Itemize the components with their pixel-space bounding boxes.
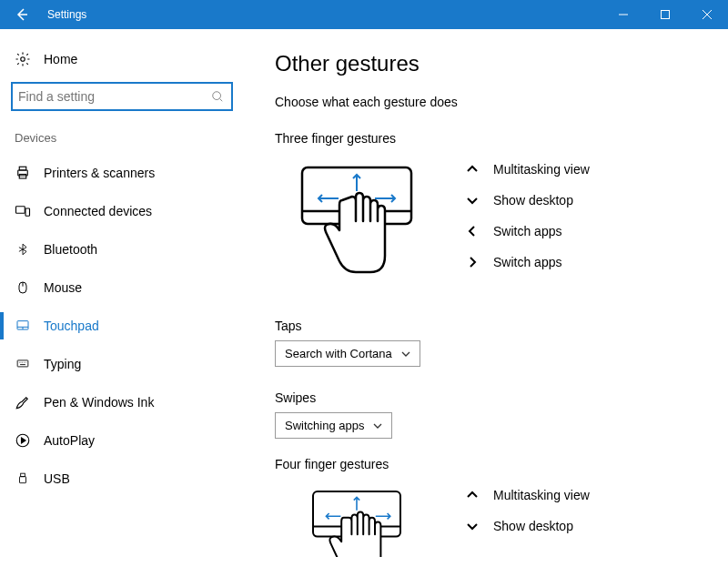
sidebar-item-label: Bluetooth	[44, 242, 97, 257]
titlebar: Settings	[0, 0, 728, 29]
swipes-dropdown[interactable]: Switching apps	[275, 412, 392, 439]
gesture-down: Show desktop	[466, 519, 590, 533]
swipes-label: Swipes	[275, 390, 710, 405]
svg-rect-14	[17, 360, 28, 367]
gesture-label: Show desktop	[493, 193, 573, 208]
gesture-right: Switch apps	[466, 255, 590, 269]
home-label: Home	[44, 52, 77, 66]
window-controls	[602, 0, 728, 29]
sidebar-item-pen[interactable]: Pen & Windows Ink	[0, 383, 244, 421]
taps-value: Search with Cortana	[285, 347, 392, 360]
chevron-up-icon	[466, 489, 479, 501]
chevron-down-icon	[466, 520, 479, 532]
sidebar-item-label: USB	[44, 471, 70, 486]
four-finger-actions: Multitasking view Show desktop	[466, 484, 590, 557]
sidebar-item-bluetooth[interactable]: Bluetooth	[0, 230, 244, 268]
four-finger-title: Four finger gestures	[275, 457, 710, 471]
usb-icon	[15, 471, 31, 487]
search-field[interactable]	[18, 89, 211, 104]
touchpad-icon	[15, 318, 31, 334]
minimize-icon	[619, 10, 628, 19]
autoplay-icon	[15, 432, 31, 449]
content: Home Devices Printers & scanners Connect…	[0, 29, 728, 577]
sidebar-item-label: Touchpad	[44, 319, 99, 333]
sidebar-item-autoplay[interactable]: AutoPlay	[0, 421, 244, 460]
sidebar-group-label: Devices	[0, 124, 244, 154]
three-finger-actions: Multitasking view Show desktop Switch ap…	[466, 158, 590, 304]
close-button[interactable]	[686, 0, 728, 29]
sidebar-item-label: Mouse	[44, 280, 82, 295]
three-finger-diagram	[275, 158, 439, 304]
sidebar-item-typing[interactable]: Typing	[0, 345, 244, 383]
printer-icon	[15, 165, 31, 181]
mouse-icon	[15, 279, 31, 296]
gesture-label: Multitasking view	[493, 162, 590, 177]
four-finger-diagram	[275, 484, 439, 557]
pen-icon	[15, 394, 31, 410]
sidebar-item-connected-devices[interactable]: Connected devices	[0, 192, 244, 230]
gesture-label: Multitasking view	[493, 488, 590, 502]
swipes-value: Switching apps	[285, 419, 364, 432]
sidebar-item-label: Pen & Windows Ink	[44, 395, 154, 410]
sidebar-item-printers[interactable]: Printers & scanners	[0, 154, 244, 192]
maximize-icon	[661, 10, 670, 19]
sidebar-item-label: AutoPlay	[44, 433, 95, 448]
back-button[interactable]	[0, 0, 44, 29]
keyboard-icon	[15, 356, 31, 372]
svg-point-3	[213, 92, 221, 100]
window-title: Settings	[44, 8, 86, 21]
taps-label: Taps	[275, 319, 710, 333]
taps-dropdown[interactable]: Search with Cortana	[275, 340, 420, 367]
sidebar-item-label: Typing	[44, 357, 81, 371]
svg-rect-1	[662, 11, 670, 19]
close-icon	[703, 10, 712, 19]
svg-rect-17	[20, 477, 26, 483]
gesture-label: Switch apps	[493, 224, 561, 238]
chevron-up-icon	[466, 163, 479, 176]
sidebar: Home Devices Printers & scanners Connect…	[0, 29, 244, 577]
three-finger-title: Three finger gestures	[275, 131, 710, 146]
gesture-label: Show desktop	[493, 519, 573, 533]
chevron-right-icon	[466, 256, 479, 268]
chevron-down-icon	[466, 194, 479, 207]
maximize-button[interactable]	[644, 0, 686, 29]
sidebar-item-mouse[interactable]: Mouse	[0, 268, 244, 307]
gesture-label: Switch apps	[493, 255, 561, 269]
svg-rect-7	[16, 207, 25, 214]
search-icon	[211, 90, 224, 103]
home-link[interactable]: Home	[0, 42, 244, 82]
svg-rect-6	[19, 175, 26, 179]
arrow-left-icon	[15, 7, 29, 22]
page-title: Other gestures	[275, 51, 710, 76]
svg-point-2	[21, 57, 25, 62]
three-finger-block: Multitasking view Show desktop Switch ap…	[275, 158, 710, 304]
chevron-down-icon	[401, 349, 410, 359]
page-subheading: Choose what each gesture does	[275, 95, 710, 109]
gesture-down: Show desktop	[466, 193, 590, 208]
svg-rect-16	[21, 473, 25, 477]
chevron-left-icon	[466, 225, 479, 238]
gesture-up: Multitasking view	[466, 488, 590, 502]
sidebar-item-touchpad[interactable]: Touchpad	[0, 307, 244, 345]
svg-rect-8	[25, 208, 30, 216]
gesture-left: Switch apps	[466, 224, 590, 238]
devices-icon	[15, 203, 31, 219]
minimize-button[interactable]	[602, 0, 644, 29]
chevron-down-icon	[373, 421, 382, 430]
sidebar-item-usb[interactable]: USB	[0, 460, 244, 498]
four-finger-block: Multitasking view Show desktop	[275, 484, 710, 557]
gear-icon	[15, 51, 31, 67]
sidebar-item-label: Connected devices	[44, 204, 152, 218]
svg-rect-5	[19, 167, 26, 170]
bluetooth-icon	[15, 241, 31, 258]
search-input[interactable]	[11, 82, 233, 111]
sidebar-item-label: Printers & scanners	[44, 166, 155, 180]
main-panel: Other gestures Choose what each gesture …	[244, 29, 728, 577]
gesture-up: Multitasking view	[466, 162, 590, 177]
